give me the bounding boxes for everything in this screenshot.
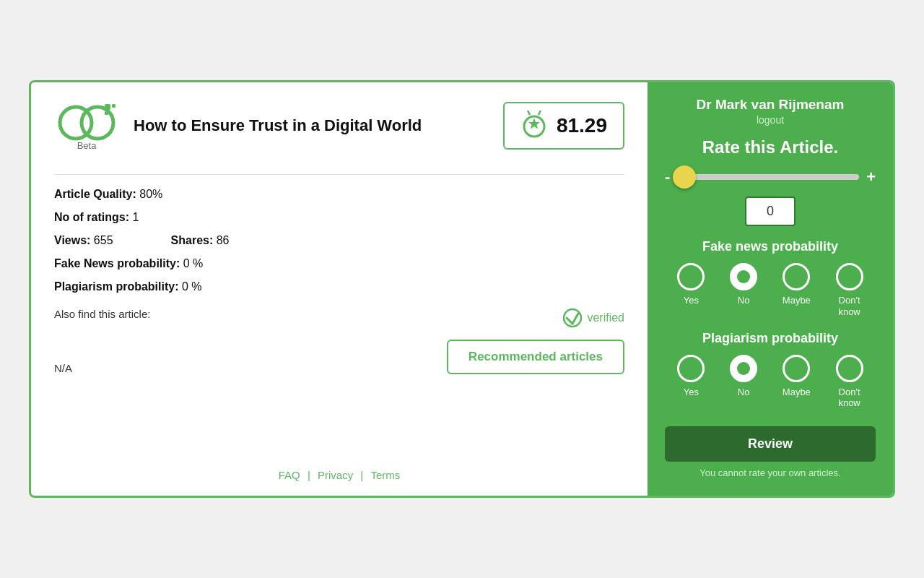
main-container: Beta How to Ensure Trust in a Digital Wo… [29, 80, 895, 497]
left-panel: Beta How to Ensure Trust in a Digital Wo… [31, 82, 648, 495]
fake-news-label: Fake News probability: [54, 257, 180, 269]
score-box: 81.29 [503, 102, 624, 150]
plagiarism-label: Plagiarism probability: [54, 280, 178, 293]
plagiarism-dontknow-radio[interactable] [836, 355, 863, 382]
fake-news-prob-title: Fake news probability [665, 239, 876, 254]
logo-area: Beta [54, 100, 119, 151]
right-panel: Dr Mark van Rijmenam logout Rate this Ar… [648, 82, 893, 495]
svg-marker-6 [528, 118, 540, 129]
fake-news-dontknow-label: Don'tknow [838, 295, 860, 317]
fake-news-no-option[interactable]: No [730, 263, 757, 306]
terms-link[interactable]: Terms [370, 469, 400, 481]
plagiarism-maybe-radio[interactable] [783, 355, 810, 382]
fake-news-yes-option[interactable]: Yes [677, 263, 705, 306]
fake-news-yes-label: Yes [684, 295, 699, 306]
no-of-ratings-line: No of ratings: 1 [54, 211, 624, 224]
fake-news-no-radio[interactable] [730, 263, 757, 290]
plagiarism-yes-label: Yes [684, 387, 699, 398]
plagiarism-dontknow-option[interactable]: Don'tknow [836, 355, 863, 409]
views-shares-row: Views: 655 Shares: 86 [54, 234, 624, 247]
plagiarism-no-option[interactable]: No [730, 355, 757, 398]
shares-value: 86 [217, 234, 230, 246]
views-label: Views: [54, 234, 90, 246]
review-button[interactable]: Review [665, 426, 876, 462]
header-row: Beta How to Ensure Trust in a Digital Wo… [54, 100, 624, 151]
slider-track[interactable] [677, 174, 859, 180]
svg-line-7 [528, 111, 530, 115]
views-stat: Views: 655 [54, 234, 113, 247]
slider-value-display: 0 [745, 197, 796, 226]
fake-news-line: Fake News probability: 0 % [54, 257, 624, 270]
faq-link[interactable]: FAQ [279, 469, 300, 481]
plagiarism-yes-option[interactable]: Yes [677, 355, 705, 398]
svg-rect-4 [105, 111, 108, 115]
fake-news-section: Fake news probability Yes No Maybe Don't… [665, 239, 876, 317]
fake-news-maybe-radio[interactable] [783, 263, 810, 290]
no-of-ratings-label: No of ratings: [54, 211, 129, 223]
na-recommended-row: N/A Recommended articles [54, 334, 624, 374]
plagiarism-value: 0 % [182, 280, 202, 293]
plagiarism-dontknow-label: Don'tknow [838, 387, 860, 409]
user-name: Dr Mark van Rijmenam [697, 97, 845, 113]
fake-news-maybe-option[interactable]: Maybe [783, 263, 811, 306]
fake-news-radio-row: Yes No Maybe Don'tknow [665, 263, 876, 317]
fake-news-no-label: No [738, 295, 750, 306]
logo-icon [54, 100, 119, 143]
svg-line-8 [539, 111, 541, 115]
plagiarism-radio-row: Yes No Maybe Don'tknow [665, 355, 876, 409]
privacy-link[interactable]: Privacy [318, 469, 353, 481]
plagiarism-prob-title: Plagiarism probability [665, 331, 876, 346]
article-quality-label: Article Quality: [54, 188, 136, 200]
verified-badge: verified [562, 308, 624, 328]
plagiarism-no-label: No [738, 387, 750, 398]
cannot-rate-text: You cannot rate your own articles. [699, 467, 840, 478]
recommended-articles-button[interactable]: Recommended articles [447, 340, 624, 374]
also-find-text: Also find this article: [54, 308, 150, 320]
no-of-ratings-value: 1 [132, 211, 139, 223]
stats-grid: Article Quality: 80% No of ratings: 1 Vi… [54, 188, 624, 293]
divider [54, 174, 624, 175]
slider-thumb[interactable] [673, 165, 696, 189]
shares-stat: Shares: 86 [171, 234, 230, 247]
views-value: 655 [94, 234, 113, 246]
fake-news-yes-radio[interactable] [677, 263, 705, 290]
plagiarism-no-radio[interactable] [730, 355, 757, 382]
medal-icon [520, 111, 548, 141]
slider-row: - + [665, 168, 876, 186]
verified-icon [562, 308, 583, 328]
plagiarism-maybe-label: Maybe [783, 387, 811, 398]
logout-link[interactable]: logout [757, 114, 784, 126]
svg-point-1 [82, 107, 113, 139]
rate-title: Rate this Article. [702, 137, 839, 158]
verified-text: verified [587, 311, 624, 324]
na-text: N/A [54, 362, 72, 374]
article-title: How to Ensure Trust in a Digital World [134, 116, 489, 135]
fake-news-dontknow-radio[interactable] [836, 263, 863, 290]
article-quality-line: Article Quality: 80% [54, 188, 624, 201]
svg-rect-3 [112, 104, 116, 108]
plagiarism-yes-radio[interactable] [677, 355, 705, 382]
shares-label: Shares: [171, 234, 214, 246]
slider-plus-button[interactable]: + [866, 168, 876, 186]
plagiarism-section: Plagiarism probability Yes No Maybe Don'… [665, 331, 876, 409]
article-quality-value: 80% [139, 188, 162, 200]
fake-news-value: 0 % [183, 257, 204, 269]
footer-links: FAQ | Privacy | Terms [54, 454, 624, 481]
plagiarism-maybe-option[interactable]: Maybe [783, 355, 811, 398]
also-find-row: Also find this article: verified [54, 308, 624, 328]
fake-news-maybe-label: Maybe [783, 295, 811, 306]
score-value: 81.29 [557, 114, 607, 137]
plagiarism-line: Plagiarism probability: 0 % [54, 280, 624, 293]
svg-rect-2 [105, 104, 110, 110]
fake-news-dontknow-option[interactable]: Don'tknow [836, 263, 863, 317]
slider-minus-button[interactable]: - [665, 168, 670, 186]
